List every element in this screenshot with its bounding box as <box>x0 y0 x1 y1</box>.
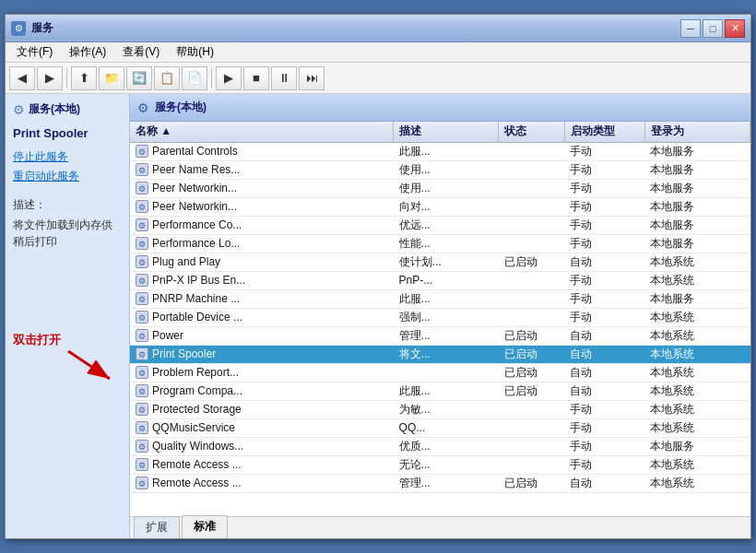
table-row[interactable]: ⚙Protected Storage为敏...手动本地系统 <box>130 400 750 418</box>
service-startup-cell: 自动 <box>564 326 644 345</box>
service-desc-cell: 此服... <box>394 382 499 400</box>
maximize-button[interactable]: □ <box>703 19 723 38</box>
service-desc-cell: 强制... <box>394 308 499 326</box>
table-row[interactable]: ⚙PnP-X IP Bus En...PnP-...手动本地系统 <box>130 271 750 289</box>
right-panel: ⚙ 服务(本地) 名称 ▲ 描述 状态 启动类型 登录为 <box>130 94 750 538</box>
service-status-cell <box>499 160 564 179</box>
table-row[interactable]: ⚙Peer Networkin...使用...手动本地服务 <box>130 179 750 197</box>
service-name-cell: ⚙Quality Windows... <box>130 437 394 455</box>
window-title: 服务 <box>31 20 53 36</box>
col-header-desc[interactable]: 描述 <box>394 122 499 142</box>
close-button[interactable]: ✕ <box>725 19 745 38</box>
service-name-cell: ⚙QQMusicService <box>130 418 394 437</box>
table-row[interactable]: ⚙Remote Access ...无论...手动本地系统 <box>130 455 750 474</box>
service-login-cell: 本地系统 <box>644 271 750 289</box>
service-startup-cell: 手动 <box>564 160 644 179</box>
properties-button[interactable]: 📄 <box>182 66 207 90</box>
toolbar-separator-1 <box>66 68 67 88</box>
service-startup-cell: 手动 <box>564 455 644 474</box>
table-row[interactable]: ⚙QQMusicServiceQQ...手动本地系统 <box>130 418 750 437</box>
service-startup-cell: 手动 <box>564 418 644 437</box>
service-status-cell <box>499 216 564 234</box>
table-row[interactable]: ⚙Program Compa...此服...已启动自动本地系统 <box>130 382 750 400</box>
col-header-name[interactable]: 名称 ▲ <box>130 122 394 142</box>
service-startup-cell: 手动 <box>564 234 644 253</box>
table-row[interactable]: ⚙Print Spooler将文...已启动自动本地系统 <box>130 345 750 363</box>
service-login-cell: 本地系统 <box>644 455 750 474</box>
panel-header: ⚙ 服务(本地) <box>130 94 750 122</box>
table-row[interactable]: ⚙Remote Access ...管理...已启动自动本地系统 <box>130 474 750 492</box>
stop-service-button[interactable]: ■ <box>243 66 269 90</box>
service-login-cell: 本地服务 <box>644 289 750 308</box>
col-header-startup[interactable]: 启动类型 <box>564 122 644 142</box>
col-header-login[interactable]: 登录为 <box>644 122 750 142</box>
tab-standard[interactable]: 标准 <box>182 515 228 538</box>
service-table: 名称 ▲ 描述 状态 启动类型 登录为 ⚙Parental Controls此服… <box>130 122 750 493</box>
menu-view[interactable]: 查看(V) <box>115 42 167 62</box>
menu-help[interactable]: 帮助(H) <box>169 42 221 62</box>
service-name-cell: ⚙Portable Device ... <box>130 308 394 326</box>
service-login-cell: 本地服务 <box>644 142 750 160</box>
table-row[interactable]: ⚙Peer Name Res...使用...手动本地服务 <box>130 160 750 179</box>
service-icon: ⚙ <box>136 292 148 305</box>
back-button[interactable]: ◀ <box>9 66 35 90</box>
export-button[interactable]: 📋 <box>154 66 180 90</box>
table-row[interactable]: ⚙Plug and Play使计划...已启动自动本地系统 <box>130 253 750 271</box>
service-name-cell: ⚙Parental Controls <box>130 142 394 160</box>
service-name-cell: ⚙Remote Access ... <box>130 455 394 474</box>
pause-service-button[interactable]: ⏸ <box>271 66 297 90</box>
table-row[interactable]: ⚙Quality Windows...优质...手动本地服务 <box>130 437 750 455</box>
service-desc-cell: 为敏... <box>394 400 499 418</box>
table-row[interactable]: ⚙Performance Co...优远...手动本地服务 <box>130 216 750 234</box>
service-desc-cell: 此服... <box>394 289 499 308</box>
service-icon: ⚙ <box>136 311 148 324</box>
service-desc-cell: QQ... <box>394 418 499 437</box>
service-login-cell: 本地服务 <box>644 160 750 179</box>
service-status-cell <box>499 179 564 197</box>
start-service-button[interactable]: ▶ <box>216 66 242 90</box>
service-startup-cell: 自动 <box>564 253 644 271</box>
stop-service-link[interactable]: 停止此服务 <box>13 149 122 165</box>
tab-extended[interactable]: 扩展 <box>134 516 180 538</box>
service-status-cell: 已启动 <box>499 345 564 363</box>
main-content: ⚙ 服务(本地) Print Spooler 停止此服务 重启动此服务 描述： … <box>6 94 750 538</box>
up-button[interactable]: ⬆ <box>71 66 97 90</box>
service-startup-cell: 手动 <box>564 271 644 289</box>
menu-file[interactable]: 文件(F) <box>9 42 60 62</box>
service-icon: ⚙ <box>136 200 148 213</box>
service-login-cell: 本地系统 <box>644 474 750 492</box>
service-table-container[interactable]: 名称 ▲ 描述 状态 启动类型 登录为 ⚙Parental Controls此服… <box>130 122 750 516</box>
col-header-status[interactable]: 状态 <box>499 122 564 142</box>
table-row[interactable]: ⚙Performance Lo...性能...手动本地服务 <box>130 234 750 253</box>
service-startup-cell: 手动 <box>564 308 644 326</box>
table-row[interactable]: ⚙Power管理...已启动自动本地系统 <box>130 326 750 345</box>
service-name-cell: ⚙Remote Access ... <box>130 474 394 492</box>
table-row[interactable]: ⚙Parental Controls此服...手动本地服务 <box>130 142 750 160</box>
table-row[interactable]: ⚙Peer Networkin...向对...手动本地服务 <box>130 197 750 216</box>
service-startup-cell: 手动 <box>564 437 644 455</box>
svg-line-0 <box>68 351 110 379</box>
service-startup-cell: 手动 <box>564 142 644 160</box>
tab-bar: 扩展 标准 <box>130 516 750 538</box>
restart-service-link[interactable]: 重启动此服务 <box>13 169 122 184</box>
service-desc-cell: 使用... <box>394 179 499 197</box>
table-row[interactable]: ⚙Portable Device ...强制...手动本地系统 <box>130 308 750 326</box>
folder-button[interactable]: 📁 <box>99 66 124 90</box>
refresh-button[interactable]: 🔄 <box>126 66 152 90</box>
minimize-button[interactable]: ─ <box>680 19 701 38</box>
resume-service-button[interactable]: ⏭ <box>299 66 325 90</box>
service-desc-cell: 向对... <box>394 197 499 216</box>
service-status-cell <box>499 455 564 474</box>
menu-action[interactable]: 操作(A) <box>62 42 113 62</box>
service-icon: ⚙ <box>136 163 148 176</box>
service-startup-cell: 手动 <box>564 179 644 197</box>
forward-button[interactable]: ▶ <box>37 66 63 90</box>
table-row[interactable]: ⚙PNRP Machine ...此服...手动本地服务 <box>130 289 750 308</box>
service-name-cell: ⚙Performance Co... <box>130 216 394 234</box>
title-bar: ⚙ 服务 ─ □ ✕ <box>6 15 750 42</box>
service-icon: ⚙ <box>136 237 148 250</box>
table-row[interactable]: ⚙Problem Report...已启动自动本地系统 <box>130 363 750 382</box>
service-name-cell: ⚙Performance Lo... <box>130 234 394 253</box>
sidebar-header: ⚙ 服务(本地) <box>13 101 122 117</box>
service-icon: ⚙ <box>136 274 148 287</box>
